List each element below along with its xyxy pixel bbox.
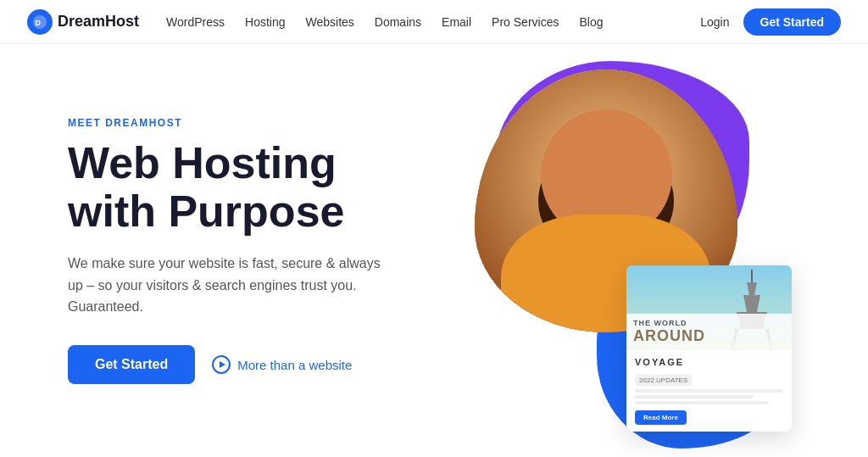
hero-title: Web Hosting with Purpose bbox=[68, 139, 458, 236]
svg-text:D: D bbox=[36, 18, 42, 26]
hero-content: MEET DREAMHOST Web Hosting with Purpose … bbox=[68, 117, 458, 384]
card-text-lines bbox=[635, 389, 783, 404]
svg-point-8 bbox=[623, 163, 674, 239]
card-read-more-button[interactable]: Read More bbox=[635, 410, 687, 425]
card-updates-badge: 2022 UPDATES bbox=[635, 375, 692, 386]
card-line-2 bbox=[635, 395, 754, 398]
nav-actions: Login Get Started bbox=[700, 8, 841, 36]
card-around-text: AROUND bbox=[633, 327, 785, 345]
nav-item-blog[interactable]: Blog bbox=[579, 15, 603, 29]
card-world-text: THE WORLD bbox=[633, 319, 785, 327]
card-content: VOYAGE 2022 UPDATES Read More bbox=[626, 350, 792, 432]
svg-point-11 bbox=[613, 209, 625, 218]
play-icon bbox=[212, 355, 231, 374]
hero-description: We make sure your website is fast, secur… bbox=[68, 253, 390, 318]
nav-get-started-button[interactable]: Get Started bbox=[743, 8, 841, 36]
svg-point-10 bbox=[587, 209, 599, 218]
card-overlay: THE WORLD AROUND bbox=[626, 314, 792, 350]
nav-links: WordPress Hosting Websites Domains Email… bbox=[166, 15, 700, 29]
svg-point-5 bbox=[562, 160, 650, 259]
nav-item-domains[interactable]: Domains bbox=[375, 15, 421, 29]
login-link[interactable]: Login bbox=[700, 15, 729, 29]
nav-item-websites[interactable]: Websites bbox=[305, 15, 353, 29]
nav-item-pro-services[interactable]: Pro Services bbox=[492, 15, 559, 29]
play-triangle bbox=[220, 361, 225, 368]
svg-point-6 bbox=[551, 133, 661, 226]
logo[interactable]: D DreamHost bbox=[27, 9, 139, 35]
hero-eyebrow: MEET DREAMHOST bbox=[68, 117, 458, 129]
nav-item-hosting[interactable]: Hosting bbox=[245, 15, 285, 29]
svg-rect-4 bbox=[592, 222, 620, 256]
svg-rect-13 bbox=[557, 283, 577, 320]
hero-get-started-button[interactable]: Get Started bbox=[68, 345, 195, 384]
dreamhost-logo-svg: D bbox=[32, 14, 47, 30]
navigation: D DreamHost WordPress Hosting Websites D… bbox=[0, 0, 868, 44]
more-than-website-link[interactable]: More than a website bbox=[212, 355, 352, 374]
card-image: THE WORLD AROUND bbox=[626, 265, 792, 350]
card-line-3 bbox=[635, 401, 769, 404]
website-preview-card: THE WORLD AROUND VOYAGE 2022 UPDATES Rea… bbox=[626, 265, 792, 432]
eiffel-container: THE WORLD AROUND bbox=[626, 265, 792, 350]
nav-item-email[interactable]: Email bbox=[442, 15, 471, 29]
hero-visual: THE WORLD AROUND VOYAGE 2022 UPDATES Rea… bbox=[458, 44, 800, 457]
logo-icon: D bbox=[27, 9, 53, 35]
svg-rect-12 bbox=[555, 281, 579, 322]
hero-actions: Get Started More than a website bbox=[68, 345, 458, 384]
logo-text: DreamHost bbox=[58, 13, 139, 31]
hero-title-line1: Web Hosting bbox=[68, 138, 337, 187]
svg-point-7 bbox=[538, 163, 589, 239]
nav-item-wordpress[interactable]: WordPress bbox=[166, 15, 225, 29]
card-line-1 bbox=[635, 389, 783, 393]
more-link-label: More than a website bbox=[237, 358, 352, 372]
hero-section: MEET DREAMHOST Web Hosting with Purpose … bbox=[0, 44, 868, 457]
card-voyage-label: VOYAGE bbox=[635, 357, 783, 367]
hero-title-line2: with Purpose bbox=[68, 187, 344, 236]
svg-point-9 bbox=[564, 129, 648, 188]
